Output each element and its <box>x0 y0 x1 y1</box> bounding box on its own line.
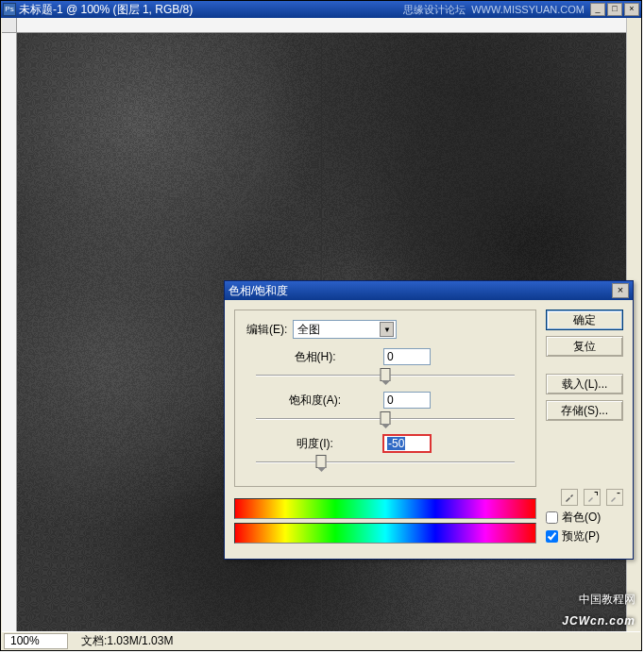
dialog-close-button[interactable]: × <box>612 283 629 298</box>
hue-label: 色相(H): <box>246 349 383 365</box>
forum-url: WWW.MISSYUAN.COM <box>471 4 585 15</box>
saturation-slider[interactable] <box>256 410 515 427</box>
load-button[interactable]: 载入(L)... <box>546 374 623 394</box>
zoom-field[interactable]: 100% <box>4 633 68 649</box>
chevron-down-icon: ▼ <box>380 322 394 337</box>
colorize-checkbox[interactable]: 着色(O) <box>546 510 623 526</box>
adjustment-group: 编辑(E): 全图 ▼ 色相(H): 0 饱和度(A): <box>234 310 536 487</box>
lightness-input[interactable]: -50 <box>383 435 431 452</box>
hue-saturation-dialog: 色相/饱和度 × 编辑(E): 全图 ▼ 色相(H): 0 <box>224 280 634 560</box>
preview-checkbox[interactable]: 预览(P) <box>546 528 623 544</box>
edit-label: 编辑(E): <box>246 322 287 338</box>
saturation-label: 饱和度(A): <box>246 393 383 409</box>
window-titlebar[interactable]: Ps 未标题-1 @ 100% (图层 1, RGB/8) 思缘设计论坛 WWW… <box>1 1 641 18</box>
forum-name: 思缘设计论坛 <box>403 3 466 17</box>
hue-thumb[interactable] <box>381 368 391 381</box>
hue-input[interactable]: 0 <box>383 348 431 365</box>
maximize-button[interactable]: □ <box>607 3 622 16</box>
lightness-thumb[interactable] <box>315 455 326 468</box>
ruler-horizontal[interactable] <box>17 18 626 33</box>
spectrum-output <box>234 523 536 544</box>
spectrum-input <box>234 498 536 519</box>
window-title: 未标题-1 @ 100% (图层 1, RGB/8) <box>19 2 403 18</box>
lightness-slider[interactable] <box>256 454 515 471</box>
watermark: 中国教程网 JCWcn.com <box>562 592 636 629</box>
eyedropper-add-icon[interactable]: + <box>584 489 601 506</box>
statusbar: 100% 文档:1.03M/1.03M <box>2 631 640 649</box>
close-button[interactable]: × <box>624 3 639 16</box>
saturation-input[interactable]: 0 <box>383 392 431 409</box>
edit-value: 全图 <box>297 322 320 338</box>
doc-size: 文档:1.03M/1.03M <box>81 633 173 649</box>
save-button[interactable]: 存储(S)... <box>546 400 623 421</box>
eyedropper-icon[interactable] <box>561 489 578 506</box>
preview-input[interactable] <box>546 530 558 543</box>
colorize-input[interactable] <box>546 511 558 524</box>
ok-button[interactable]: 确定 <box>546 310 623 330</box>
eyedropper-subtract-icon[interactable]: - <box>606 489 623 506</box>
minimize-button[interactable]: _ <box>590 3 605 16</box>
svg-text:+: + <box>594 492 598 499</box>
dialog-titlebar[interactable]: 色相/饱和度 × <box>225 281 633 300</box>
saturation-thumb[interactable] <box>381 411 391 425</box>
ruler-corner <box>2 18 17 33</box>
edit-select[interactable]: 全图 ▼ <box>293 320 397 339</box>
svg-text:-: - <box>617 492 620 499</box>
ruler-vertical[interactable] <box>2 33 17 631</box>
lightness-label: 明度(I): <box>246 436 383 452</box>
dialog-title: 色相/饱和度 <box>229 283 612 299</box>
hue-slider[interactable] <box>256 367 515 384</box>
app-icon: Ps <box>3 3 16 16</box>
reset-button[interactable]: 复位 <box>546 336 623 357</box>
